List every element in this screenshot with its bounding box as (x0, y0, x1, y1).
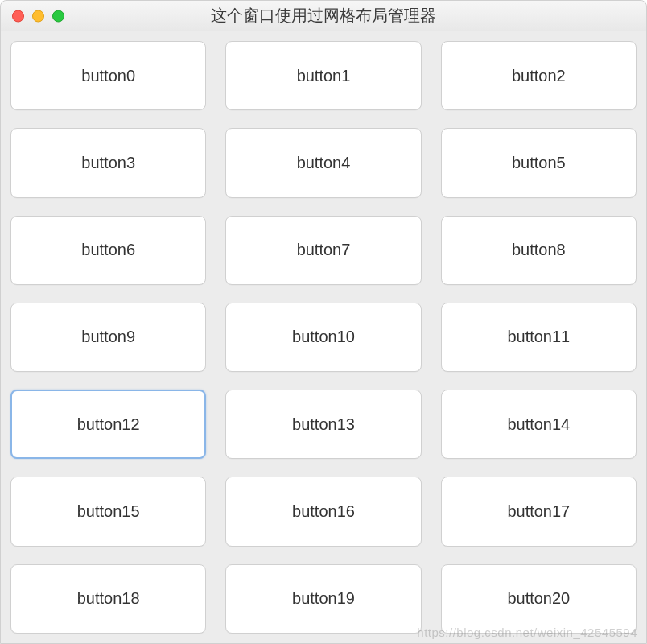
button-label: button10 (292, 328, 355, 346)
button-label: button0 (81, 67, 135, 85)
grid-button-10[interactable]: button10 (225, 303, 421, 372)
grid-button-3[interactable]: button3 (10, 128, 206, 197)
button-label: button15 (77, 502, 140, 521)
minimize-icon[interactable] (32, 10, 44, 22)
button-label: button20 (507, 589, 570, 608)
button-label: button11 (507, 328, 570, 346)
grid-button-13[interactable]: button13 (225, 390, 421, 459)
button-label: button12 (77, 415, 140, 434)
titlebar: 这个窗口使用过网格布局管理器 (1, 1, 646, 31)
button-label: button7 (297, 241, 351, 259)
button-label: button17 (507, 502, 570, 521)
button-label: button18 (77, 589, 140, 608)
button-label: button1 (297, 67, 351, 85)
grid-button-16[interactable]: button16 (225, 477, 421, 546)
window-title: 这个窗口使用过网格布局管理器 (1, 5, 646, 27)
button-label: button8 (512, 241, 566, 259)
grid-content: button0 button1 button2 button3 button4 … (1, 31, 646, 643)
grid-button-5[interactable]: button5 (441, 128, 637, 197)
button-label: button6 (81, 241, 135, 259)
grid-button-14[interactable]: button14 (441, 390, 637, 459)
button-label: button4 (297, 154, 351, 172)
button-label: button13 (292, 415, 355, 434)
grid-button-8[interactable]: button8 (441, 216, 637, 285)
button-label: button9 (81, 328, 135, 346)
grid-button-6[interactable]: button6 (10, 216, 206, 285)
button-label: button19 (292, 589, 355, 608)
close-icon[interactable] (12, 10, 24, 22)
grid-button-2[interactable]: button2 (441, 41, 637, 110)
grid-button-15[interactable]: button15 (10, 477, 206, 546)
button-label: button16 (292, 502, 355, 521)
grid-button-18[interactable]: button18 (10, 564, 206, 634)
grid-button-17[interactable]: button17 (441, 477, 637, 546)
grid-button-20[interactable]: button20 (441, 564, 637, 634)
button-label: button14 (507, 415, 570, 434)
traffic-lights (12, 10, 64, 22)
maximize-icon[interactable] (52, 10, 64, 22)
app-window: 这个窗口使用过网格布局管理器 button0 button1 button2 b… (0, 0, 647, 644)
button-label: button3 (81, 154, 135, 172)
grid-button-12[interactable]: button12 (10, 390, 206, 459)
button-label: button2 (512, 67, 566, 85)
grid-button-7[interactable]: button7 (225, 216, 421, 285)
grid-button-11[interactable]: button11 (441, 303, 637, 372)
grid-button-19[interactable]: button19 (225, 564, 421, 634)
button-label: button5 (512, 154, 566, 172)
grid-button-1[interactable]: button1 (225, 41, 421, 110)
grid-button-4[interactable]: button4 (225, 128, 421, 197)
grid-button-0[interactable]: button0 (10, 41, 206, 110)
grid-button-9[interactable]: button9 (10, 303, 206, 372)
